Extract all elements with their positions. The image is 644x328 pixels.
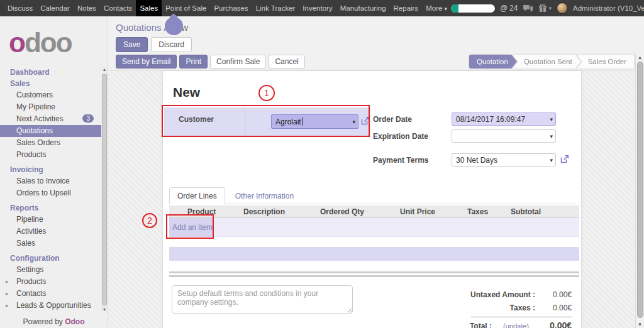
send-by-email-button[interactable]: Send by Email bbox=[116, 55, 177, 68]
confirm-sale-button[interactable]: Confirm Sale bbox=[210, 55, 266, 68]
sidebar-section-invoicing[interactable]: Invoicing bbox=[0, 164, 101, 175]
sidebar-item-orders-to-upsell[interactable]: Orders to Upsell bbox=[0, 187, 101, 199]
sidebar-item-activities[interactable]: Activities bbox=[0, 226, 101, 238]
text-cursor bbox=[302, 118, 303, 126]
scroll-up-icon[interactable]: ▴ bbox=[101, 67, 108, 73]
menu-manufacturing[interactable]: Manufacturing bbox=[336, 0, 390, 16]
menu-notes[interactable]: Notes bbox=[74, 0, 100, 16]
sidebar-item-settings[interactable]: Settings bbox=[0, 264, 101, 276]
menu-repairs[interactable]: Repairs bbox=[390, 0, 423, 16]
menu-purchases[interactable]: Purchases bbox=[210, 0, 252, 16]
user-menu[interactable]: Administrator (V10_Ve... bbox=[573, 4, 644, 12]
sidebar-item-quotations[interactable]: Quotations bbox=[0, 125, 101, 137]
tab-order-lines[interactable]: Order Lines bbox=[169, 187, 225, 204]
status-quotation-sent[interactable]: Quotation Sent bbox=[513, 55, 581, 68]
total-value: 0.00€ bbox=[535, 320, 572, 328]
sidebar-item-sales-to-invoice[interactable]: Sales to Invoice bbox=[0, 175, 101, 187]
mentions-counter[interactable]: @ 24 bbox=[500, 4, 518, 13]
dropdown-caret-icon[interactable]: ▾ bbox=[550, 133, 553, 139]
col-description: Description bbox=[240, 205, 316, 217]
sidebar-item-sales-orders[interactable]: Sales Orders bbox=[0, 137, 101, 149]
sidebar-item-my-pipeline[interactable]: My Pipeline bbox=[0, 101, 101, 113]
untaxed-amount-row: Untaxed Amount : 0.00€ bbox=[408, 290, 572, 299]
dropdown-caret-icon[interactable]: ▾ bbox=[550, 157, 553, 163]
expand-arrow-icon[interactable]: ▸ bbox=[6, 278, 9, 285]
order-date-input[interactable]: 08/14/2017 16:09:47 ▾ bbox=[452, 112, 556, 126]
col-subtotal: Subtotal bbox=[507, 205, 579, 217]
customer-input[interactable]: Agrolait ▾ bbox=[271, 114, 358, 129]
field-divider bbox=[245, 107, 245, 137]
menu-contacts[interactable]: Contacts bbox=[100, 0, 136, 16]
expand-arrow-icon[interactable]: ▸ bbox=[6, 290, 9, 297]
cancel-button[interactable]: Cancel bbox=[269, 55, 304, 68]
customer-external-link-icon[interactable] bbox=[360, 116, 370, 128]
notebook-tabs: Order Lines Other Information bbox=[169, 187, 575, 204]
add-an-item-link[interactable]: Add an item bbox=[172, 223, 213, 232]
sidebar-item-customers[interactable]: Customers bbox=[0, 89, 101, 101]
sidebar-section-configuration[interactable]: Configuration bbox=[0, 253, 101, 264]
order-lines-header: Product Description Ordered Qty Unit Pri… bbox=[169, 205, 579, 218]
planner-progress-bar[interactable] bbox=[451, 4, 495, 13]
record-title: New bbox=[173, 85, 200, 100]
messages-icon[interactable] bbox=[523, 4, 533, 13]
order-date-label: Order Date bbox=[373, 115, 412, 124]
sidebar-nav: Dashboard Sales Customers My Pipeline Ne… bbox=[0, 67, 101, 313]
status-sales-order[interactable]: Sales Order bbox=[577, 55, 634, 68]
topbar-right-group: @ 24 ▾ Administrator (V10_Ve... ▾ bbox=[451, 3, 644, 14]
expand-arrow-icon[interactable]: ▸ bbox=[6, 302, 9, 309]
print-button[interactable]: Print bbox=[179, 55, 208, 68]
sidebar-item-leads-opportunities[interactable]: ▸Leads & Opportunities bbox=[0, 300, 101, 312]
status-quotation[interactable]: Quotation bbox=[469, 55, 517, 68]
sidebar-item-config-products[interactable]: ▸Products bbox=[0, 276, 101, 288]
sidebar-scrollbar[interactable]: ▴ ▾ bbox=[101, 67, 108, 313]
sidebar-item-sales-report[interactable]: Sales bbox=[0, 238, 101, 249]
update-total-link[interactable]: (update) bbox=[503, 322, 529, 328]
payment-terms-input[interactable]: 30 Net Days ▾ bbox=[452, 153, 556, 167]
mention-count: 24 bbox=[509, 4, 518, 13]
totals-block: Untaxed Amount : 0.00€ Taxes : 0.00€ Tot… bbox=[408, 290, 572, 328]
tab-other-information[interactable]: Other Information bbox=[225, 188, 304, 204]
menu-calendar[interactable]: Calendar bbox=[36, 0, 74, 16]
main-scroll-thumb[interactable] bbox=[637, 62, 643, 318]
scroll-down-icon[interactable]: ▾ bbox=[636, 321, 644, 327]
sidebar-item-next-activities[interactable]: Next Activities3 bbox=[0, 113, 101, 125]
menu-more[interactable]: More▾ bbox=[422, 0, 451, 17]
scroll-down-icon[interactable]: ▾ bbox=[101, 307, 108, 313]
col-unit-price: Unit Price bbox=[396, 205, 464, 217]
expiration-date-input[interactable]: ▾ bbox=[452, 129, 556, 143]
chevron-down-icon: ▾ bbox=[444, 6, 447, 12]
total-separator bbox=[471, 317, 572, 317]
dropdown-caret-icon[interactable]: ▾ bbox=[352, 119, 355, 125]
sidebar-item-products[interactable]: Products bbox=[0, 149, 101, 161]
menu-sales[interactable]: Sales bbox=[136, 0, 162, 16]
main-area: Quotations / New Save Discard Send by Em… bbox=[108, 16, 644, 328]
odoo-brand-link[interactable]: Odoo bbox=[65, 317, 84, 326]
menu-link-tracker[interactable]: Link Tracker bbox=[252, 0, 299, 16]
sidebar-item-pipeline[interactable]: Pipeline bbox=[0, 214, 101, 226]
touch-cursor-overlay bbox=[165, 17, 183, 35]
sidebar-item-sales[interactable]: Sales bbox=[0, 78, 101, 89]
payment-terms-external-link-icon[interactable] bbox=[560, 155, 569, 167]
menu-point-of-sale[interactable]: Point of Sale bbox=[162, 0, 210, 16]
expiration-date-label: Expiration Date bbox=[373, 132, 428, 141]
section-separator bbox=[169, 271, 579, 277]
breadcrumb-quotations-link[interactable]: Quotations bbox=[116, 22, 162, 33]
sidebar-scroll-thumb[interactable] bbox=[102, 74, 107, 305]
planner-gift-icon[interactable]: ▾ bbox=[538, 4, 552, 13]
dropdown-caret-icon[interactable]: ▾ bbox=[550, 116, 553, 123]
form-sheet: New Customer Agrolait ▾ Order Date 08/14… bbox=[162, 70, 582, 328]
col-taxes: Taxes bbox=[464, 205, 507, 217]
sidebar-item-sales-teams[interactable]: Sales Teams bbox=[0, 312, 101, 313]
main-scrollbar[interactable]: ▴ ▾ bbox=[635, 53, 644, 328]
menu-inventory[interactable]: Inventory bbox=[299, 0, 336, 16]
sidebar-item-dashboard[interactable]: Dashboard bbox=[0, 67, 101, 78]
selected-empty-line[interactable] bbox=[169, 247, 579, 261]
scroll-up-icon[interactable]: ▴ bbox=[636, 54, 644, 60]
user-avatar[interactable] bbox=[557, 3, 568, 14]
terms-textarea[interactable] bbox=[172, 285, 353, 314]
sidebar-item-config-contacts[interactable]: ▸Contacts bbox=[0, 288, 101, 300]
save-button[interactable]: Save bbox=[116, 37, 148, 52]
sidebar-section-reports[interactable]: Reports bbox=[0, 202, 101, 214]
discard-button[interactable]: Discard bbox=[151, 37, 192, 52]
menu-discuss[interactable]: Discuss bbox=[4, 0, 36, 16]
